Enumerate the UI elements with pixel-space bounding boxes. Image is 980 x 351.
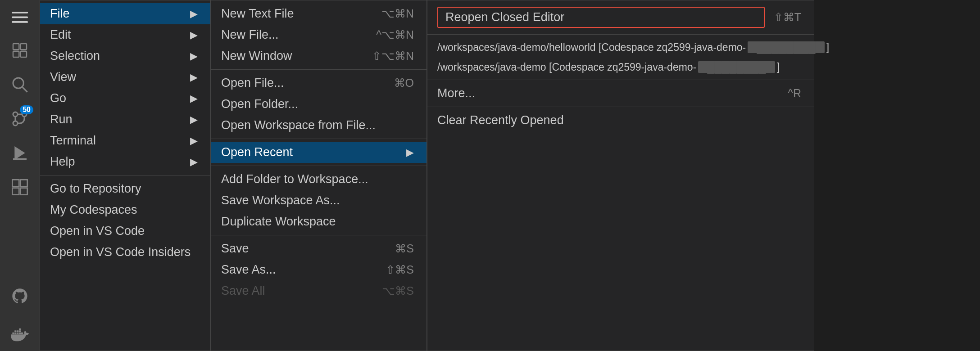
svg-rect-13 (12, 180, 19, 186)
menu-item-open-file[interactable]: Open File... ⌘O (211, 72, 426, 94)
activity-bar-run[interactable] (4, 137, 36, 169)
menu-item-open-recent[interactable]: Open Recent ▶ (211, 142, 426, 163)
arrow-icon: ▶ (406, 147, 414, 158)
svg-point-9 (13, 121, 18, 126)
menu-item-my-codespaces[interactable]: My Codespaces (40, 199, 210, 220)
menu-separator (211, 139, 426, 139)
svg-rect-5 (13, 51, 19, 57)
menu-separator (427, 34, 814, 35)
activity-bar-explorer[interactable] (4, 34, 36, 67)
menu-item-new-text-file[interactable]: New Text File ⌥⌘N (211, 3, 426, 24)
menu-item-run[interactable]: Run ▶ (40, 109, 210, 130)
menu-item-reopen-closed-editor[interactable]: Reopen Closed Editor ⇧⌘T (427, 3, 814, 32)
svg-rect-6 (21, 51, 27, 57)
svg-rect-2 (12, 21, 28, 23)
menu-separator (211, 69, 426, 70)
menu-item-go[interactable]: Go ▶ (40, 88, 210, 109)
menu-separator (211, 166, 426, 166)
activity-bar-source-control[interactable]: 50 (4, 103, 36, 135)
svg-point-7 (13, 78, 23, 88)
menu-item-open-vscode[interactable]: Open in VS Code (40, 220, 210, 242)
svg-point-11 (13, 112, 18, 117)
file-submenu: New Text File ⌥⌘N New File... ^⌥⌘N New W… (211, 0, 427, 351)
menu-item-save-workspace-as[interactable]: Save Workspace As... (211, 190, 426, 211)
menu-item-view[interactable]: View ▶ (40, 67, 210, 88)
menu-item-open-vscode-insiders[interactable]: Open in VS Code Insiders (40, 242, 210, 263)
svg-marker-12 (14, 146, 25, 160)
menu-item-workspace-helloworld[interactable]: /workspaces/java-demo/helloworld [Codesp… (427, 37, 814, 57)
svg-rect-0 (12, 12, 28, 14)
arrow-icon: ▶ (190, 29, 198, 41)
hamburger-menu-button[interactable] (4, 4, 36, 30)
menu-item-open-workspace[interactable]: Open Workspace from File... (211, 115, 426, 136)
menu-item-terminal[interactable]: Terminal ▶ (40, 130, 210, 151)
menu-item-help[interactable]: Help ▶ (40, 151, 210, 172)
activity-bar: 50 (0, 0, 40, 351)
arrow-icon: ▶ (190, 50, 198, 62)
menu-separator (40, 175, 210, 176)
menu-item-duplicate-workspace[interactable]: Duplicate Workspace (211, 211, 426, 232)
svg-rect-3 (13, 44, 19, 50)
menu-item-save[interactable]: Save ⌘S (211, 238, 426, 259)
arrow-icon: ▶ (190, 8, 198, 20)
menu-item-edit[interactable]: Edit ▶ (40, 24, 210, 45)
menu-item-clear-recently-opened[interactable]: Clear Recently Opened (427, 110, 814, 131)
activity-bar-extensions[interactable] (4, 171, 36, 203)
svg-line-8 (23, 87, 27, 92)
svg-rect-15 (12, 188, 19, 195)
svg-rect-16 (21, 188, 27, 195)
activity-bar-docker[interactable] (4, 319, 36, 351)
arrow-icon: ▶ (190, 135, 198, 147)
menu-item-save-all[interactable]: Save All ⌥⌘S (211, 280, 426, 302)
svg-rect-1 (12, 17, 28, 18)
menu-item-file[interactable]: File ▶ (40, 3, 210, 24)
menu-item-save-as[interactable]: Save As... ⇧⌘S (211, 259, 426, 280)
arrow-icon: ▶ (190, 114, 198, 126)
activity-bar-search[interactable] (4, 68, 36, 101)
menu-item-workspace-java-demo[interactable]: /workspaces/java-demo [Codespace zq2599-… (427, 57, 814, 77)
menu-separator (211, 235, 426, 235)
svg-rect-14 (21, 180, 27, 186)
menu-item-open-folder[interactable]: Open Folder... (211, 94, 426, 115)
menu-separator (427, 80, 814, 80)
arrow-icon: ▶ (190, 156, 198, 168)
menu-item-goto-repo[interactable]: Go to Repository (40, 178, 210, 199)
editor-area (814, 0, 980, 351)
menu-item-add-folder[interactable]: Add Folder to Workspace... (211, 169, 426, 190)
activity-bar-github[interactable] (4, 280, 36, 312)
menu-container: File ▶ Edit ▶ Selection ▶ View ▶ Go ▶ Ru… (40, 0, 814, 351)
source-control-badge: 50 (20, 105, 33, 114)
menu-item-more[interactable]: More... ^R (427, 83, 814, 104)
menu-item-new-file[interactable]: New File... ^⌥⌘N (211, 24, 426, 45)
menu-item-selection[interactable]: Selection ▶ (40, 45, 210, 67)
svg-rect-4 (21, 44, 27, 50)
menu-item-new-window[interactable]: New Window ⇧⌥⌘N (211, 45, 426, 67)
arrow-icon: ▶ (190, 93, 198, 104)
file-menu-level1: File ▶ Edit ▶ Selection ▶ View ▶ Go ▶ Ru… (40, 0, 211, 351)
open-recent-submenu: Reopen Closed Editor ⇧⌘T /workspaces/jav… (427, 0, 814, 351)
arrow-icon: ▶ (190, 72, 198, 83)
menu-separator (427, 107, 814, 107)
